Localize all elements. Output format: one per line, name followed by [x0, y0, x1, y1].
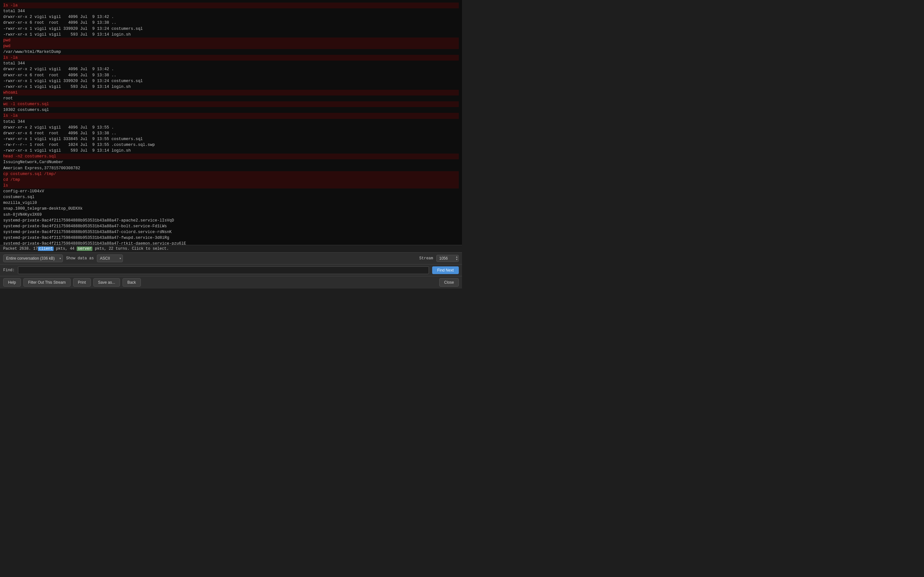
filter-out-button[interactable]: Filter Out This Stream	[23, 278, 71, 287]
list-item: systemd-private-9ac4f21175984888b953531b…	[3, 235, 459, 241]
bottom-buttons-bar: Help Filter Out This Stream Print Save a…	[0, 276, 462, 288]
list-item: systemd-private-9ac4f21175984888b953531b…	[3, 229, 459, 235]
stream-label: Stream	[419, 256, 433, 261]
conversation-dropdown[interactable]: Entire conversation (336 kB)	[3, 255, 63, 262]
list-item: -rwxr-xr-x 1 vigil vigil 333845 Jul 9 13…	[3, 136, 459, 142]
client-badge: client	[38, 247, 53, 251]
list-item: -rwxr-xr-x 1 vigil vigil 593 Jul 9 13:14…	[3, 84, 459, 90]
back-button[interactable]: Back	[123, 278, 141, 287]
stream-spinners[interactable]: ▲ ▼	[456, 256, 457, 261]
list-item: ls -la	[3, 3, 459, 8]
list-item: whoami	[3, 90, 459, 95]
packet-info-text: Packet 2638. 17client pkts, 44 server pk…	[3, 247, 169, 251]
list-item: -rwxr-xr-x 1 vigil vigil 593 Jul 9 13:14…	[3, 148, 459, 153]
list-item: total 344	[3, 8, 459, 14]
list-item: ls	[3, 183, 459, 189]
list-item: drwxr-xr-x 6 root root 4096 Jul 9 13:38 …	[3, 131, 459, 136]
help-button[interactable]: Help	[3, 278, 21, 287]
list-item: ls -la	[3, 113, 459, 119]
stream-value-wrapper: ▲ ▼	[436, 255, 459, 262]
list-item: drwxr-xr-x 2 vigil vigil 4096 Jul 9 13:4…	[3, 14, 459, 20]
list-item: -rwxr-xr-x 1 vigil vigil 339920 Jul 9 13…	[3, 26, 459, 32]
list-item: /var/www/html/MarketDump	[3, 49, 459, 55]
list-item: drwxr-xr-x 2 vigil vigil 4096 Jul 9 13:5…	[3, 125, 459, 131]
list-item: costumers.sql	[3, 194, 459, 200]
list-item: wc -l costumers.sql	[3, 101, 459, 107]
save-as-button[interactable]: Save as...	[94, 278, 120, 287]
show-data-label: Show data as	[66, 256, 94, 261]
encoding-dropdown-wrapper: ASCII Hex UTF-8 C Arrays Raw	[97, 255, 123, 262]
list-item: total 344	[3, 119, 459, 125]
list-item: -rwxr-xr-x 1 vigil vigil 339920 Jul 9 13…	[3, 78, 459, 84]
list-item: pwd	[3, 43, 459, 49]
encoding-dropdown[interactable]: ASCII Hex UTF-8 C Arrays Raw	[97, 255, 123, 262]
close-button[interactable]: Close	[439, 278, 459, 287]
list-item: IssuingNetwork,CardNumber	[3, 159, 459, 165]
list-item: systemd-private-9ac4f21175984888b953531b…	[3, 223, 459, 229]
terminal-output: ls -latotal 344drwxr-xr-x 2 vigil vigil …	[0, 0, 462, 245]
list-item: systemd-private-9ac4f21175984888b953531b…	[3, 241, 459, 245]
list-item: -rw-r--r-- 1 root root 1024 Jul 9 13:55 …	[3, 142, 459, 148]
find-input[interactable]	[18, 266, 429, 274]
list-item: drwxr-xr-x 2 vigil vigil 4096 Jul 9 13:4…	[3, 66, 459, 72]
server-badge: server	[77, 247, 92, 251]
find-next-button[interactable]: Find Next	[432, 266, 459, 274]
print-button[interactable]: Print	[73, 278, 91, 287]
conversation-dropdown-wrapper: Entire conversation (336 kB)	[3, 255, 63, 262]
list-item: snap.1000_telegram-desktop_0UDXXk	[3, 206, 459, 211]
list-item: root	[3, 95, 459, 101]
list-item: systemd-private-9ac4f21175984888b953531b…	[3, 218, 459, 223]
controls-bar: Entire conversation (336 kB) Show data a…	[0, 252, 462, 264]
list-item: head -n2 costumers.sql	[3, 153, 459, 159]
list-item: drwxr-xr-x 6 root root 4096 Jul 9 13:38 …	[3, 20, 459, 26]
list-item: -rwxr-xr-x 1 vigil vigil 593 Jul 9 13:14…	[3, 32, 459, 37]
list-item: total 344	[3, 61, 459, 66]
stream-input[interactable]	[436, 255, 459, 262]
list-item: pwd	[3, 37, 459, 43]
find-label: Find:	[3, 268, 15, 272]
list-item: American Express,377815700308782	[3, 165, 459, 171]
list-item: mozilla_vigil0	[3, 200, 459, 206]
packet-info: Packet 2638. 17client pkts, 44 server pk…	[0, 245, 462, 252]
list-item: ssh-8jVN4Kyx3X69	[3, 212, 459, 218]
list-item: ls -la	[3, 55, 459, 61]
list-item: cp costumers.sql /tmp/	[3, 171, 459, 177]
list-item: drwxr-xr-x 6 root root 4096 Jul 9 13:38 …	[3, 73, 459, 78]
list-item: config-err-lU04xV	[3, 189, 459, 194]
list-item: cd /tmp	[3, 177, 459, 183]
list-item: 10302 costumers.sql	[3, 107, 459, 113]
find-bar: Find: Find Next	[0, 264, 462, 276]
